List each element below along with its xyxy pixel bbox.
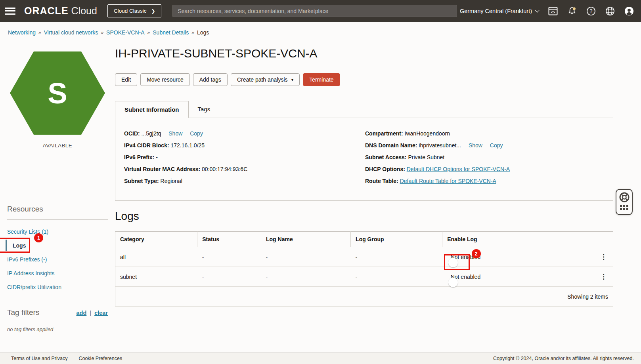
tab-bar: Subnet Information Tags — [115, 101, 613, 118]
ocid-copy-link[interactable]: Copy — [190, 130, 203, 137]
sidebar-item-logs[interactable]: Logs 1 — [0, 238, 115, 252]
kebab-menu-icon[interactable]: ⋮ — [599, 253, 608, 261]
tag-filters-heading: Tag filters — [7, 308, 39, 317]
tag-filters-section: Tag filters add | clear no tag filters a… — [7, 308, 108, 332]
search-input[interactable] — [172, 5, 457, 17]
table-summary-row: Showing 2 items — [115, 287, 613, 307]
tag-filters-clear-link[interactable]: clear — [94, 310, 108, 316]
notifications-bell-icon[interactable] — [567, 6, 577, 16]
divider — [7, 321, 108, 321]
support-widget[interactable] — [616, 189, 633, 215]
top-bar: ORACLE Cloud Cloud Classic ❯ Germany Cen… — [0, 0, 641, 22]
status-badge: AVAILABLE — [0, 143, 115, 149]
hamburger-menu-icon[interactable] — [5, 6, 15, 16]
support-lifebuoy-icon — [618, 191, 630, 203]
tag-filters-empty-message: no tag filters applied — [7, 326, 108, 332]
field-route-table: Route Table: Default Route Table for SPO… — [365, 178, 613, 184]
cell-category: all — [115, 247, 197, 267]
dns-copy-link[interactable]: Copy — [490, 142, 503, 149]
col-header-status: Status — [197, 232, 261, 247]
col-header-log-name: Log Name — [261, 232, 351, 247]
breadcrumb-networking[interactable]: Networking — [8, 29, 36, 36]
subnet-information-panel: OCID: ...5gj2tq Show Copy IPv4 CIDR Bloc… — [115, 118, 613, 201]
breadcrumb-separator-icon: » — [38, 30, 41, 35]
resources-heading: Resources — [7, 205, 115, 213]
field-compartment: Compartment: IwanHoogendoorn — [365, 131, 613, 136]
cookie-preferences-link[interactable]: Cookie Preferences — [78, 356, 122, 361]
svg-text:<>: <> — [551, 10, 555, 14]
field-subnet-type: Subnet Type: Regional — [124, 178, 365, 184]
subnet-status-hexagon: S — [10, 51, 105, 135]
page-footer: Terms of Use and Privacy Cookie Preferen… — [0, 353, 641, 364]
breadcrumb-subnet-details[interactable]: Subnet Details — [153, 29, 189, 36]
sidebar-item-ip-address-insights[interactable]: IP Address Insights — [0, 266, 115, 280]
help-icon[interactable]: ? — [586, 6, 596, 16]
language-globe-icon[interactable] — [605, 6, 615, 16]
cell-status: - — [197, 267, 261, 287]
move-resource-button[interactable]: Move resource — [140, 73, 190, 86]
cell-log-name: - — [261, 247, 351, 267]
drag-handle-dots-icon[interactable] — [620, 205, 628, 210]
dropdown-caret-icon: ▾ — [291, 77, 294, 82]
logs-section-heading: Logs — [115, 210, 613, 223]
field-ipv4-cidr-block: IPv4 CIDR Block: 172.16.1.0/25 — [124, 143, 365, 148]
brand-cloud: Cloud — [71, 5, 97, 17]
cell-category: subnet — [115, 267, 197, 287]
breadcrumb-current: Logs — [197, 29, 209, 36]
field-dns-domain-name: DNS Domain Name: ihprivatesubnet... Show… — [365, 143, 613, 148]
route-table-link[interactable]: Default Route Table for SPOKE-VCN-A — [400, 178, 496, 184]
table-header-row: Category Status Log Name Log Group Enabl… — [115, 232, 613, 247]
breadcrumb-separator-icon: » — [147, 30, 150, 35]
terms-link[interactable]: Terms of Use and Privacy — [11, 356, 67, 361]
create-path-analysis-button[interactable]: Create path analysis ▾ — [231, 73, 300, 86]
edit-button[interactable]: Edit — [115, 73, 137, 86]
table-row-all: all - - - 2 Not enabled ⋮ — [115, 247, 613, 267]
main-content: IH-PRIVATE-SUBNET-SPOKE-VCN-A Edit Move … — [115, 41, 641, 332]
table-row-subnet: subnet - - - Not enabled ⋮ — [115, 267, 613, 287]
field-virtual-router-mac: Virtual Router MAC Address: 00:00:17:94:… — [124, 166, 365, 172]
page-title: IH-PRIVATE-SUBNET-SPOKE-VCN-A — [115, 47, 613, 60]
region-label: Germany Central (Frankfurt) — [460, 8, 532, 14]
chevron-right-icon: ❯ — [151, 8, 155, 14]
breadcrumb-separator-icon: » — [101, 30, 103, 35]
cell-log-group: - — [351, 267, 442, 287]
col-header-enable-log: Enable Log — [442, 232, 613, 247]
cell-log-name: - — [261, 267, 351, 287]
region-selector[interactable]: Germany Central (Frankfurt) — [460, 8, 539, 14]
cell-log-group: - — [351, 247, 442, 267]
cloud-shell-icon[interactable]: <> — [548, 6, 558, 16]
tag-filters-add-link[interactable]: add — [77, 310, 87, 316]
add-tags-button[interactable]: Add tags — [193, 73, 228, 86]
breadcrumb-spoke-vcn-a[interactable]: SPOKE-VCN-A — [106, 29, 144, 36]
cloud-classic-button[interactable]: Cloud Classic ❯ — [107, 4, 162, 17]
oracle-cloud-logo[interactable]: ORACLE Cloud — [24, 5, 97, 17]
kebab-menu-icon[interactable]: ⋮ — [599, 273, 608, 281]
col-header-log-group: Log Group — [351, 232, 442, 247]
brand-oracle: ORACLE — [24, 5, 69, 17]
table-item-count: Showing 2 items — [115, 287, 613, 307]
user-avatar[interactable] — [624, 6, 634, 16]
dhcp-options-link[interactable]: Default DHCP Options for SPOKE-VCN-A — [407, 166, 510, 172]
dns-show-link[interactable]: Show — [469, 142, 482, 149]
svg-text:?: ? — [590, 8, 593, 14]
tab-tags[interactable]: Tags — [189, 101, 220, 118]
sidebar-item-ipv6-prefixes[interactable]: IPv6 Prefixes (-) — [0, 252, 115, 266]
col-header-category: Category — [115, 232, 197, 247]
cell-status: - — [197, 247, 261, 267]
ocid-show-link[interactable]: Show — [168, 130, 182, 137]
tag-filters-separator: | — [90, 310, 91, 316]
field-ipv6-prefix: IPv6 Prefix: - — [124, 154, 365, 160]
sidebar-item-cidr-prefix-utilization[interactable]: CIDR/prefix Utilization — [0, 280, 115, 294]
cloud-classic-label: Cloud Classic — [114, 8, 147, 14]
active-indicator-bar — [6, 240, 7, 251]
action-buttons: Edit Move resource Add tags Create path … — [115, 73, 613, 86]
breadcrumb-virtual-cloud-networks[interactable]: Virtual cloud networks — [44, 29, 98, 36]
resources-nav: Security Lists (1) Logs 1 IPv6 Prefixes … — [0, 225, 115, 294]
field-dhcp-options: DHCP Options: Default DHCP Options for S… — [365, 166, 613, 172]
sidebar: S AVAILABLE Resources Security Lists (1)… — [0, 41, 115, 332]
tab-subnet-information[interactable]: Subnet Information — [115, 101, 189, 118]
sidebar-item-security-lists[interactable]: Security Lists (1) — [0, 225, 115, 238]
divider — [7, 219, 108, 220]
status-letter: S — [48, 77, 67, 110]
terminate-button[interactable]: Terminate — [303, 73, 340, 86]
